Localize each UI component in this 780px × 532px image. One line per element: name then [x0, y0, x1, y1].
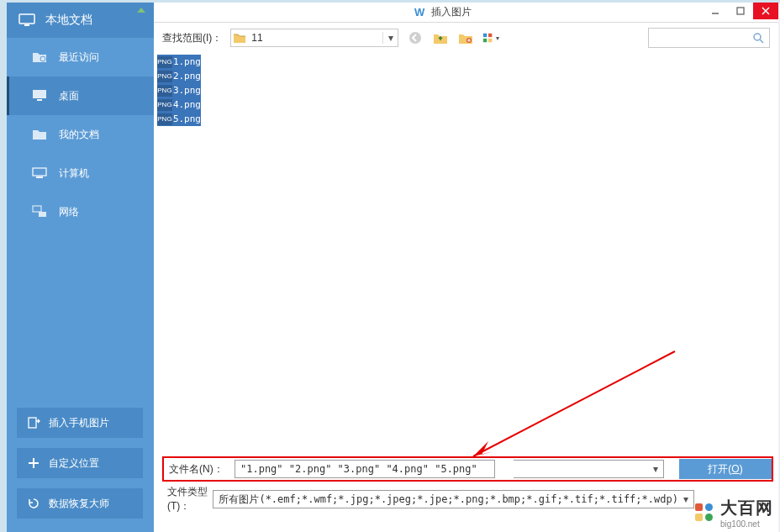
window-title: 插入图片: [431, 5, 472, 19]
filetype-value: 所有图片(*.emf;*.wmf;*.jpg;*.jpeg;*.jpe;*.pn…: [213, 492, 678, 507]
folder-clock-icon: [32, 50, 47, 64]
footer-btn-label: 自定义位置: [49, 456, 99, 471]
file-item[interactable]: PNG4.png: [157, 97, 201, 112]
titlebar: W 插入图片: [154, 3, 778, 23]
svg-rect-8: [39, 212, 46, 217]
watermark-brand: 大百网: [720, 497, 773, 519]
filename-combo-ext[interactable]: ▾: [514, 460, 664, 478]
png-badge-icon: PNG: [157, 99, 172, 111]
new-folder-button[interactable]: [457, 29, 474, 46]
sidebar-item-recent[interactable]: 最近访问: [7, 38, 154, 76]
svg-rect-20: [695, 503, 703, 511]
svg-rect-9: [29, 418, 36, 428]
chevron-down-icon[interactable]: ▾: [648, 463, 663, 475]
view-mode-button[interactable]: ▾: [482, 29, 499, 46]
file-list-pane[interactable]: PNG1.png PNG2.png PNG3.png PNG4.png PNG5…: [155, 53, 775, 450]
sidebar-item-label: 桌面: [59, 89, 79, 103]
file-name: 3.png: [173, 85, 201, 96]
grid-view-icon: [482, 32, 494, 44]
chevron-down-icon[interactable]: ▾: [678, 493, 693, 505]
data-recovery-button[interactable]: 数据恢复大师: [17, 488, 143, 519]
svg-point-11: [409, 32, 421, 44]
png-badge-icon: PNG: [157, 71, 172, 82]
up-folder-button[interactable]: [432, 29, 449, 46]
file-thumb-group: PNG1.png PNG2.png PNG3.png PNG4.png PNG5…: [157, 55, 201, 126]
filetype-label: 文件类型(T)：: [162, 485, 213, 514]
search-input[interactable]: [654, 32, 752, 44]
sidebar-item-computer[interactable]: 计算机: [7, 154, 154, 192]
toolbar: 查找范围(I)： 11 ▾ ▾: [154, 23, 778, 53]
footer-btn-label: 插入手机图片: [49, 416, 109, 430]
filetype-combo[interactable]: 所有图片(*.emf;*.wmf;*.jpg;*.jpeg;*.jpe;*.pn…: [213, 490, 694, 508]
png-badge-icon: PNG: [157, 113, 172, 125]
svg-point-17: [754, 34, 761, 40]
svg-rect-7: [33, 206, 41, 212]
sidebar-item-label: 网络: [59, 205, 79, 219]
export-icon: [27, 416, 40, 429]
open-button[interactable]: 打开(O): [679, 459, 772, 479]
chevron-down-icon[interactable]: ▾: [382, 32, 398, 44]
filename-combo[interactable]: "1.png" "2.png" "3.png" "4.png" "5.png": [235, 460, 495, 478]
search-box[interactable]: [648, 28, 770, 48]
sidebar-header: 本地文档: [7, 3, 154, 38]
file-name: 2.png: [173, 71, 201, 82]
svg-rect-14: [488, 34, 492, 37]
svg-rect-22: [695, 514, 703, 521]
sidebar-item-label: 最近访问: [59, 50, 99, 65]
brand-logo-icon: [693, 502, 715, 524]
custom-location-button[interactable]: 自定义位置: [17, 448, 143, 478]
svg-rect-15: [483, 39, 487, 42]
maximize-button[interactable]: [728, 3, 753, 19]
sidebar-item-label: 计算机: [59, 166, 89, 181]
bottom-form: 文件名(N)： "1.png" "2.png" "3.png" "4.png" …: [162, 453, 773, 525]
svg-rect-16: [488, 39, 492, 42]
file-name: 4.png: [173, 99, 201, 110]
svg-rect-10: [737, 8, 744, 14]
folder-icon: [32, 128, 47, 141]
directory-value: 11: [248, 32, 382, 44]
svg-rect-4: [37, 99, 42, 101]
folder-icon: [231, 33, 248, 43]
maximize-icon: [736, 7, 745, 15]
sidebar-item-documents[interactable]: 我的文档: [7, 115, 154, 154]
directory-select[interactable]: 11 ▾: [230, 29, 398, 47]
back-arrow-icon: [408, 31, 422, 45]
restore-icon: [27, 497, 40, 510]
chevron-down-icon: ▾: [496, 34, 499, 42]
svg-rect-6: [36, 176, 43, 178]
minimize-button[interactable]: [703, 3, 728, 19]
folder-up-icon: [434, 32, 447, 44]
svg-rect-5: [33, 168, 46, 176]
file-name: 1.png: [173, 56, 201, 67]
computer-icon: [32, 166, 47, 180]
footer-btn-label: 数据恢复大师: [49, 497, 109, 511]
sidebar-item-network[interactable]: 网络: [7, 192, 154, 231]
insert-phone-image-button[interactable]: 插入手机图片: [17, 408, 143, 438]
file-item[interactable]: PNG5.png: [157, 112, 201, 126]
sidebar-title: 本地文档: [45, 13, 92, 28]
watermark-url: big100.net: [720, 519, 773, 529]
sidebar-item-label: 我的文档: [59, 128, 99, 142]
file-item[interactable]: PNG1.png: [157, 55, 201, 69]
watermark: 大百网 big100.net: [693, 497, 773, 529]
lookup-range-label: 查找范围(I)：: [162, 31, 222, 45]
desktop-icon: [32, 89, 47, 103]
png-badge-icon: PNG: [157, 56, 172, 68]
close-icon: [762, 7, 770, 15]
collapse-arrow-icon[interactable]: [137, 8, 145, 13]
png-badge-icon: PNG: [157, 85, 172, 97]
file-item[interactable]: PNG2.png: [157, 69, 201, 83]
close-button[interactable]: [753, 3, 778, 19]
svg-rect-21: [705, 503, 713, 511]
back-button[interactable]: [407, 29, 424, 46]
minimize-icon: [711, 7, 719, 15]
monitor-icon: [18, 13, 35, 27]
file-name: 5.png: [173, 113, 201, 124]
search-icon[interactable]: [752, 32, 764, 44]
file-item[interactable]: PNG3.png: [157, 83, 201, 97]
svg-rect-23: [705, 514, 713, 521]
svg-rect-13: [483, 34, 487, 37]
sidebar: 本地文档 最近访问 桌面 我的文档 计算机 网络 插入手机图片 自定义位置 数据…: [7, 3, 154, 532]
sidebar-item-desktop[interactable]: 桌面: [7, 76, 154, 115]
open-button-label: 打开(O): [708, 462, 742, 477]
